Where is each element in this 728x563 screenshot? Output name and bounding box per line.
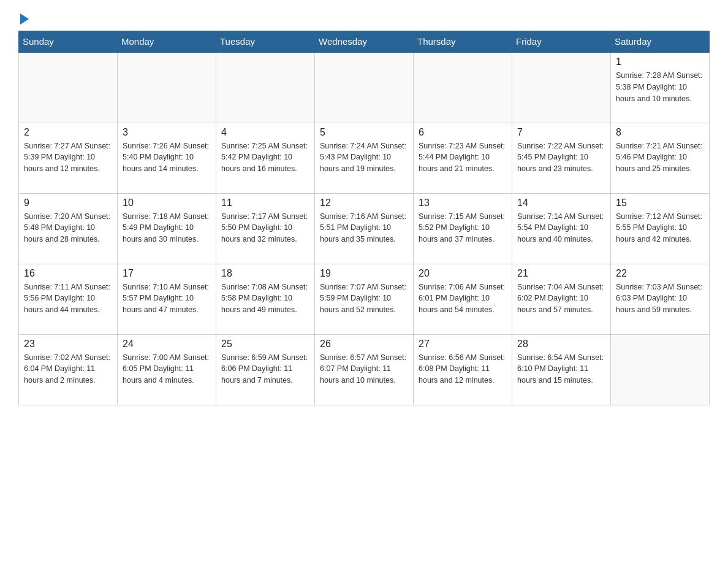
calendar-day-cell: 6Sunrise: 7:23 AM Sunset: 5:44 PM Daylig…	[414, 123, 512, 193]
logo	[18, 12, 29, 25]
day-info: Sunrise: 7:10 AM Sunset: 5:57 PM Dayligh…	[123, 282, 211, 316]
day-info: Sunrise: 7:00 AM Sunset: 6:05 PM Dayligh…	[123, 352, 211, 386]
day-number: 12	[320, 197, 408, 209]
calendar-day-cell: 22Sunrise: 7:03 AM Sunset: 6:03 PM Dayli…	[611, 264, 710, 334]
calendar-day-cell: 2Sunrise: 7:27 AM Sunset: 5:39 PM Daylig…	[19, 123, 118, 193]
day-number: 7	[517, 127, 605, 138]
day-number: 13	[419, 197, 507, 209]
day-info: Sunrise: 7:28 AM Sunset: 5:38 PM Dayligh…	[616, 70, 704, 104]
logo-arrow-icon	[20, 13, 29, 25]
calendar-day-cell: 25Sunrise: 6:59 AM Sunset: 6:06 PM Dayli…	[216, 334, 315, 405]
calendar-day-cell: 26Sunrise: 6:57 AM Sunset: 6:07 PM Dayli…	[315, 334, 414, 405]
day-number: 8	[616, 127, 704, 138]
calendar-day-cell	[414, 52, 512, 123]
day-info: Sunrise: 7:07 AM Sunset: 5:59 PM Dayligh…	[320, 282, 408, 316]
calendar-day-cell: 16Sunrise: 7:11 AM Sunset: 5:56 PM Dayli…	[19, 264, 118, 334]
calendar-week-row: 9Sunrise: 7:20 AM Sunset: 5:48 PM Daylig…	[19, 193, 710, 264]
calendar-day-cell: 11Sunrise: 7:17 AM Sunset: 5:50 PM Dayli…	[216, 193, 315, 264]
calendar-day-cell: 9Sunrise: 7:20 AM Sunset: 5:48 PM Daylig…	[19, 193, 118, 264]
calendar-day-cell: 23Sunrise: 7:02 AM Sunset: 6:04 PM Dayli…	[19, 334, 118, 405]
day-info: Sunrise: 7:18 AM Sunset: 5:49 PM Dayligh…	[123, 211, 211, 245]
day-info: Sunrise: 7:17 AM Sunset: 5:50 PM Dayligh…	[221, 211, 309, 245]
calendar-day-cell: 20Sunrise: 7:06 AM Sunset: 6:01 PM Dayli…	[414, 264, 512, 334]
day-of-week-header: Tuesday	[216, 31, 315, 53]
day-number: 2	[24, 127, 112, 138]
calendar-week-row: 2Sunrise: 7:27 AM Sunset: 5:39 PM Daylig…	[19, 123, 710, 193]
calendar-day-cell: 4Sunrise: 7:25 AM Sunset: 5:42 PM Daylig…	[216, 123, 315, 193]
day-info: Sunrise: 7:21 AM Sunset: 5:46 PM Dayligh…	[616, 140, 704, 175]
day-number: 18	[221, 268, 309, 279]
day-info: Sunrise: 7:08 AM Sunset: 5:58 PM Dayligh…	[221, 282, 309, 316]
calendar-day-cell: 15Sunrise: 7:12 AM Sunset: 5:55 PM Dayli…	[611, 193, 710, 264]
calendar-day-cell: 5Sunrise: 7:24 AM Sunset: 5:43 PM Daylig…	[315, 123, 414, 193]
calendar-day-cell: 19Sunrise: 7:07 AM Sunset: 5:59 PM Dayli…	[315, 264, 414, 334]
day-number: 19	[320, 268, 408, 279]
calendar-day-cell: 28Sunrise: 6:54 AM Sunset: 6:10 PM Dayli…	[512, 334, 611, 405]
day-number: 10	[123, 197, 211, 209]
calendar-day-cell	[216, 52, 315, 123]
day-of-week-header: Wednesday	[315, 31, 414, 53]
day-info: Sunrise: 6:59 AM Sunset: 6:06 PM Dayligh…	[221, 352, 309, 386]
day-number: 26	[320, 339, 408, 350]
calendar-day-cell: 1Sunrise: 7:28 AM Sunset: 5:38 PM Daylig…	[611, 52, 710, 123]
day-info: Sunrise: 7:15 AM Sunset: 5:52 PM Dayligh…	[419, 211, 507, 245]
day-info: Sunrise: 6:57 AM Sunset: 6:07 PM Dayligh…	[320, 352, 408, 386]
day-info: Sunrise: 7:27 AM Sunset: 5:39 PM Dayligh…	[24, 140, 112, 175]
calendar-day-cell	[611, 334, 710, 405]
day-info: Sunrise: 7:22 AM Sunset: 5:45 PM Dayligh…	[517, 140, 605, 175]
calendar-day-cell: 12Sunrise: 7:16 AM Sunset: 5:51 PM Dayli…	[315, 193, 414, 264]
day-of-week-header: Sunday	[19, 31, 118, 53]
calendar-week-row: 23Sunrise: 7:02 AM Sunset: 6:04 PM Dayli…	[19, 334, 710, 405]
day-info: Sunrise: 6:56 AM Sunset: 6:08 PM Dayligh…	[419, 352, 507, 386]
calendar-day-cell: 8Sunrise: 7:21 AM Sunset: 5:46 PM Daylig…	[611, 123, 710, 193]
day-number: 6	[419, 127, 507, 138]
day-number: 15	[616, 197, 704, 209]
day-info: Sunrise: 7:26 AM Sunset: 5:40 PM Dayligh…	[123, 140, 211, 175]
day-info: Sunrise: 7:16 AM Sunset: 5:51 PM Dayligh…	[320, 211, 408, 245]
day-of-week-header: Friday	[512, 31, 611, 53]
day-number: 14	[517, 197, 605, 209]
calendar-day-cell: 3Sunrise: 7:26 AM Sunset: 5:40 PM Daylig…	[118, 123, 216, 193]
day-number: 21	[517, 268, 605, 279]
day-of-week-header: Saturday	[611, 31, 710, 53]
day-number: 20	[419, 268, 507, 279]
day-info: Sunrise: 7:04 AM Sunset: 6:02 PM Dayligh…	[517, 282, 605, 316]
calendar-day-cell	[315, 52, 414, 123]
day-info: Sunrise: 7:06 AM Sunset: 6:01 PM Dayligh…	[419, 282, 507, 316]
day-number: 27	[419, 339, 507, 350]
day-number: 1	[616, 56, 704, 67]
calendar-day-cell: 13Sunrise: 7:15 AM Sunset: 5:52 PM Dayli…	[414, 193, 512, 264]
calendar-day-cell: 14Sunrise: 7:14 AM Sunset: 5:54 PM Dayli…	[512, 193, 611, 264]
day-number: 28	[517, 339, 605, 350]
day-number: 4	[221, 127, 309, 138]
day-number: 5	[320, 127, 408, 138]
calendar-day-cell	[19, 52, 118, 123]
calendar-week-row: 16Sunrise: 7:11 AM Sunset: 5:56 PM Dayli…	[19, 264, 710, 334]
day-number: 24	[123, 339, 211, 350]
page-header	[18, 12, 710, 25]
day-number: 23	[24, 339, 112, 350]
calendar-table: SundayMondayTuesdayWednesdayThursdayFrid…	[18, 31, 710, 405]
calendar-day-cell: 17Sunrise: 7:10 AM Sunset: 5:57 PM Dayli…	[118, 264, 216, 334]
calendar-header-row: SundayMondayTuesdayWednesdayThursdayFrid…	[19, 31, 710, 53]
day-info: Sunrise: 6:54 AM Sunset: 6:10 PM Dayligh…	[517, 352, 605, 386]
calendar-day-cell: 10Sunrise: 7:18 AM Sunset: 5:49 PM Dayli…	[118, 193, 216, 264]
day-info: Sunrise: 7:03 AM Sunset: 6:03 PM Dayligh…	[616, 282, 704, 316]
day-number: 25	[221, 339, 309, 350]
calendar-day-cell: 27Sunrise: 6:56 AM Sunset: 6:08 PM Dayli…	[414, 334, 512, 405]
calendar-week-row: 1Sunrise: 7:28 AM Sunset: 5:38 PM Daylig…	[19, 52, 710, 123]
day-info: Sunrise: 7:25 AM Sunset: 5:42 PM Dayligh…	[221, 140, 309, 175]
day-of-week-header: Monday	[118, 31, 216, 53]
day-number: 22	[616, 268, 704, 279]
calendar-day-cell	[512, 52, 611, 123]
day-number: 16	[24, 268, 112, 279]
day-info: Sunrise: 7:23 AM Sunset: 5:44 PM Dayligh…	[419, 140, 507, 175]
day-number: 9	[24, 197, 112, 209]
day-info: Sunrise: 7:24 AM Sunset: 5:43 PM Dayligh…	[320, 140, 408, 175]
day-info: Sunrise: 7:02 AM Sunset: 6:04 PM Dayligh…	[24, 352, 112, 386]
calendar-day-cell: 18Sunrise: 7:08 AM Sunset: 5:58 PM Dayli…	[216, 264, 315, 334]
calendar-day-cell: 24Sunrise: 7:00 AM Sunset: 6:05 PM Dayli…	[118, 334, 216, 405]
calendar-day-cell: 7Sunrise: 7:22 AM Sunset: 5:45 PM Daylig…	[512, 123, 611, 193]
day-number: 17	[123, 268, 211, 279]
day-number: 11	[221, 197, 309, 209]
